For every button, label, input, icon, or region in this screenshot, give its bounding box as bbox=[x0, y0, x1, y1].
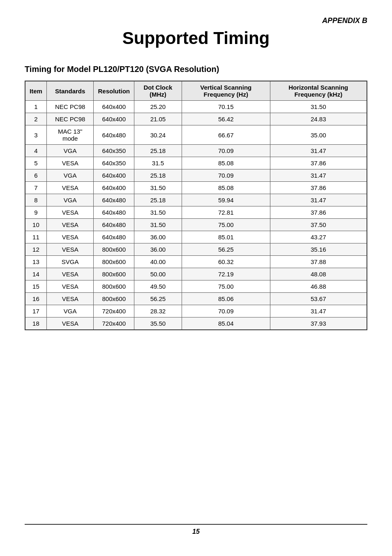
cell-vertical: 70.15 bbox=[182, 101, 270, 113]
cell-horizontal: 31.47 bbox=[270, 145, 367, 157]
cell-horizontal: 37.86 bbox=[270, 157, 367, 169]
cell-dot-clock: 25.18 bbox=[134, 145, 182, 157]
cell-dot-clock: 25.20 bbox=[134, 101, 182, 113]
cell-dot-clock: 31.5 bbox=[134, 157, 182, 169]
col-header-resolution: Resolution bbox=[94, 81, 134, 101]
cell-standards: VESA bbox=[46, 157, 94, 169]
cell-item: 16 bbox=[25, 293, 46, 305]
cell-horizontal: 31.50 bbox=[270, 101, 367, 113]
cell-dot-clock: 31.50 bbox=[134, 219, 182, 231]
cell-vertical: 56.25 bbox=[182, 243, 270, 256]
cell-dot-clock: 30.24 bbox=[134, 125, 182, 145]
cell-dot-clock: 35.50 bbox=[134, 317, 182, 330]
cell-item: 2 bbox=[25, 113, 46, 125]
table-row: 6VGA640x40025.1870.0931.47 bbox=[25, 169, 367, 182]
table-row: 1NEC PC98640x40025.2070.1531.50 bbox=[25, 101, 367, 113]
cell-item: 10 bbox=[25, 219, 46, 231]
cell-resolution: 640x400 bbox=[94, 113, 134, 125]
cell-standards: VESA bbox=[46, 182, 94, 194]
cell-resolution: 640x350 bbox=[94, 145, 134, 157]
cell-horizontal: 24.83 bbox=[270, 113, 367, 125]
cell-vertical: 85.04 bbox=[182, 317, 270, 330]
cell-resolution: 640x350 bbox=[94, 157, 134, 169]
cell-standards: VGA bbox=[46, 145, 94, 157]
cell-vertical: 59.94 bbox=[182, 194, 270, 206]
cell-standards: VESA bbox=[46, 231, 94, 243]
cell-resolution: 640x480 bbox=[94, 219, 134, 231]
cell-resolution: 800x600 bbox=[94, 293, 134, 305]
cell-horizontal: 31.47 bbox=[270, 305, 367, 317]
table-row: 7VESA640x40031.5085.0837.86 bbox=[25, 182, 367, 194]
col-header-dot-clock: Dot Clock (MHz) bbox=[134, 81, 182, 101]
cell-standards: VESA bbox=[46, 243, 94, 256]
cell-standards: VESA bbox=[46, 293, 94, 305]
cell-resolution: 800x600 bbox=[94, 268, 134, 280]
cell-resolution: 640x480 bbox=[94, 231, 134, 243]
cell-standards: SVGA bbox=[46, 256, 94, 268]
cell-item: 13 bbox=[25, 256, 46, 268]
cell-dot-clock: 56.25 bbox=[134, 293, 182, 305]
cell-item: 12 bbox=[25, 243, 46, 256]
table-row: 8VGA640x48025.1859.9431.47 bbox=[25, 194, 367, 206]
appendix-label: APPENDIX B bbox=[25, 16, 367, 25]
cell-item: 5 bbox=[25, 157, 46, 169]
cell-dot-clock: 31.50 bbox=[134, 182, 182, 194]
cell-horizontal: 31.47 bbox=[270, 169, 367, 182]
cell-resolution: 800x600 bbox=[94, 280, 134, 293]
cell-horizontal: 37.88 bbox=[270, 256, 367, 268]
cell-dot-clock: 50.00 bbox=[134, 268, 182, 280]
cell-standards: MAC 13" mode bbox=[46, 125, 94, 145]
cell-dot-clock: 25.18 bbox=[134, 194, 182, 206]
table-row: 5VESA640x35031.585.0837.86 bbox=[25, 157, 367, 169]
cell-vertical: 75.00 bbox=[182, 219, 270, 231]
cell-resolution: 800x600 bbox=[94, 256, 134, 268]
cell-resolution: 640x400 bbox=[94, 169, 134, 182]
cell-resolution: 720x400 bbox=[94, 305, 134, 317]
cell-resolution: 720x400 bbox=[94, 317, 134, 330]
cell-standards: VESA bbox=[46, 219, 94, 231]
cell-horizontal: 37.86 bbox=[270, 182, 367, 194]
cell-resolution: 640x400 bbox=[94, 101, 134, 113]
col-header-standards: Standards bbox=[46, 81, 94, 101]
cell-vertical: 72.19 bbox=[182, 268, 270, 280]
cell-dot-clock: 28.32 bbox=[134, 305, 182, 317]
table-row: 3MAC 13" mode640x48030.2466.6735.00 bbox=[25, 125, 367, 145]
cell-vertical: 70.09 bbox=[182, 305, 270, 317]
table-row: 18VESA720x40035.5085.0437.93 bbox=[25, 317, 367, 330]
cell-vertical: 75.00 bbox=[182, 280, 270, 293]
cell-horizontal: 37.86 bbox=[270, 206, 367, 219]
cell-vertical: 66.67 bbox=[182, 125, 270, 145]
cell-vertical: 85.01 bbox=[182, 231, 270, 243]
cell-item: 18 bbox=[25, 317, 46, 330]
cell-dot-clock: 49.50 bbox=[134, 280, 182, 293]
col-header-item: Item bbox=[25, 81, 46, 101]
timing-table: Item Standards Resolution Dot Clock (MHz… bbox=[25, 81, 367, 330]
cell-dot-clock: 36.00 bbox=[134, 243, 182, 256]
cell-item: 11 bbox=[25, 231, 46, 243]
section-title: Timing for Model PL120/PT120 (SVGA Resol… bbox=[25, 65, 367, 74]
cell-resolution: 640x480 bbox=[94, 206, 134, 219]
cell-horizontal: 35.00 bbox=[270, 125, 367, 145]
cell-resolution: 800x600 bbox=[94, 243, 134, 256]
cell-horizontal: 35.16 bbox=[270, 243, 367, 256]
table-row: 9VESA640x48031.5072.8137.86 bbox=[25, 206, 367, 219]
cell-item: 4 bbox=[25, 145, 46, 157]
cell-standards: NEC PC98 bbox=[46, 101, 94, 113]
cell-horizontal: 37.93 bbox=[270, 317, 367, 330]
cell-standards: VESA bbox=[46, 206, 94, 219]
cell-dot-clock: 36.00 bbox=[134, 231, 182, 243]
cell-horizontal: 46.88 bbox=[270, 280, 367, 293]
cell-horizontal: 48.08 bbox=[270, 268, 367, 280]
cell-dot-clock: 40.00 bbox=[134, 256, 182, 268]
cell-vertical: 70.09 bbox=[182, 145, 270, 157]
table-row: 14VESA800x60050.0072.1948.08 bbox=[25, 268, 367, 280]
cell-horizontal: 43.27 bbox=[270, 231, 367, 243]
table-row: 17VGA720x40028.3270.0931.47 bbox=[25, 305, 367, 317]
cell-vertical: 85.06 bbox=[182, 293, 270, 305]
table-row: 4VGA640x35025.1870.0931.47 bbox=[25, 145, 367, 157]
cell-vertical: 85.08 bbox=[182, 157, 270, 169]
cell-dot-clock: 25.18 bbox=[134, 169, 182, 182]
cell-vertical: 60.32 bbox=[182, 256, 270, 268]
table-row: 10VESA640x48031.5075.0037.50 bbox=[25, 219, 367, 231]
cell-item: 3 bbox=[25, 125, 46, 145]
